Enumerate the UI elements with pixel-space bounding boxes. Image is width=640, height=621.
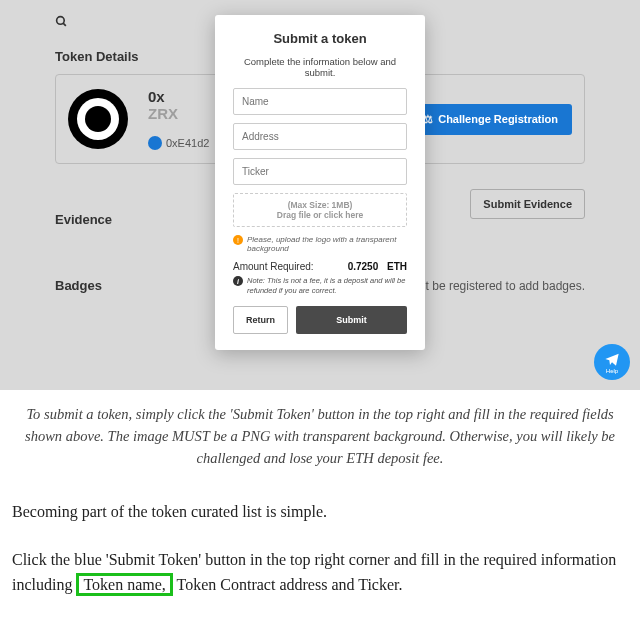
- submit-evidence-button[interactable]: Submit Evidence: [470, 189, 585, 219]
- address-input[interactable]: [233, 123, 407, 150]
- warning-text: Please, upload the logo with a transpare…: [247, 235, 407, 253]
- modal-subtitle: Complete the information below and submi…: [233, 56, 407, 78]
- submit-button[interactable]: Submit: [296, 306, 407, 334]
- warning-icon: !: [233, 235, 243, 245]
- token-address: 0xE41d2: [166, 137, 209, 149]
- info-icon: i: [233, 276, 243, 286]
- help-fab-button[interactable]: Help: [594, 344, 630, 380]
- address-icon: [148, 136, 162, 150]
- screenshot-caption: To submit a token, simply click the 'Sub…: [0, 390, 640, 469]
- token-logo-icon: [68, 89, 128, 149]
- token-name: 0x: [148, 88, 209, 105]
- amount-required-row: Amount Required: 0.7250 ETH: [233, 261, 407, 272]
- drop-instruction: Drag file or click here: [240, 210, 400, 220]
- amount-label: Amount Required:: [233, 261, 314, 272]
- drop-max-size: (Max Size: 1MB): [240, 200, 400, 210]
- ticker-input[interactable]: [233, 158, 407, 185]
- token-info: 0x ZRX 0xE41d2: [148, 88, 209, 150]
- token-symbol: ZRX: [148, 105, 209, 122]
- upload-warning: ! Please, upload the logo with a transpa…: [233, 235, 407, 253]
- submit-token-modal: Submit a token Complete the information …: [215, 15, 425, 350]
- badge-notice: must be registered to add badges.: [403, 279, 585, 293]
- challenge-registration-button[interactable]: ⚖ Challenge Registration: [409, 104, 572, 135]
- article-paragraph-2: Click the blue 'Submit Token' button in …: [12, 547, 628, 598]
- name-input[interactable]: [233, 88, 407, 115]
- challenge-label: Challenge Registration: [438, 113, 558, 125]
- badges-heading: Badges: [55, 278, 102, 293]
- evidence-heading: Evidence: [55, 212, 112, 227]
- note-text: Note: This is not a fee, it is a deposit…: [247, 276, 407, 296]
- return-button[interactable]: Return: [233, 306, 288, 334]
- modal-title: Submit a token: [233, 31, 407, 46]
- amount-value: 0.7250: [348, 261, 379, 272]
- help-label: Help: [606, 368, 618, 374]
- article-body: Becoming part of the token curated list …: [0, 469, 640, 621]
- svg-line-1: [63, 23, 66, 26]
- token-address-row: 0xE41d2: [148, 136, 209, 150]
- article-paragraph-1: Becoming part of the token curated list …: [12, 499, 628, 525]
- deposit-note: i Note: This is not a fee, it is a depos…: [233, 276, 407, 296]
- file-drop-zone[interactable]: (Max Size: 1MB) Drag file or click here: [233, 193, 407, 227]
- app-screenshot: Token Details 0x ZRX 0xE41d2 ⚖ Challenge…: [0, 0, 640, 390]
- highlighted-text: Token name,: [76, 573, 172, 596]
- amount-currency: ETH: [387, 261, 407, 272]
- svg-point-0: [57, 17, 65, 25]
